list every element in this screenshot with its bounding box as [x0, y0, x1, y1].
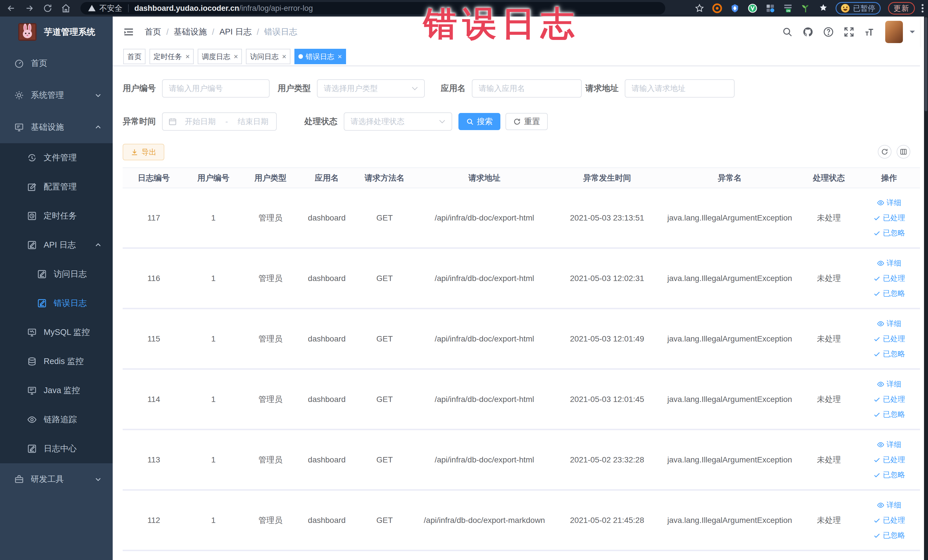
detail-link[interactable]: 详细: [877, 316, 902, 331]
tab-job-log[interactable]: 调度日志×: [198, 49, 242, 64]
ignored-link[interactable]: 已忽略: [873, 407, 905, 422]
breadcrumb-api-log[interactable]: API 日志: [219, 26, 252, 38]
bookmark-star-icon[interactable]: [694, 3, 704, 13]
detail-link[interactable]: 详细: [877, 437, 902, 452]
scrollbar-thumb[interactable]: [925, 17, 927, 111]
eye-icon: [877, 259, 884, 267]
filter-row-2: 异常时间 开始日期 - 结束日期 处理状态 请选择处理状态 搜索 重置: [123, 112, 548, 131]
cell-method: GET: [355, 395, 415, 404]
tab-home[interactable]: 首页: [123, 49, 145, 64]
sidebar-item-log-center[interactable]: 日志中心: [0, 434, 113, 463]
ignored-link[interactable]: 已忽略: [873, 286, 905, 301]
sidebar-item-mysql[interactable]: MySQL 监控: [0, 318, 113, 347]
app-name-input[interactable]: 请输入应用名: [472, 79, 582, 98]
detail-link[interactable]: 详细: [877, 195, 902, 210]
cell-exception: java.lang.IllegalArgumentException: [660, 455, 800, 464]
breadcrumb-home[interactable]: 首页: [145, 26, 161, 38]
page-scrollbar[interactable]: [924, 17, 928, 560]
sidebar-item-home[interactable]: 首页: [0, 47, 113, 79]
sidebar-item-trace[interactable]: 链路追踪: [0, 405, 113, 434]
extension-icon-plant[interactable]: [801, 3, 810, 13]
caret-down-icon[interactable]: [909, 30, 916, 34]
update-button[interactable]: 更新: [888, 2, 915, 15]
not-secure-warning-icon[interactable]: [88, 4, 96, 12]
extension-icon-puzzle[interactable]: [818, 3, 828, 13]
tab-job[interactable]: 定时任务×: [150, 49, 194, 64]
sidebar-item-job[interactable]: 定时任务: [0, 201, 113, 230]
eye-icon: [877, 441, 884, 449]
column-settings-button[interactable]: [897, 145, 910, 159]
close-icon[interactable]: ×: [185, 52, 190, 61]
processed-link[interactable]: 已处理: [873, 513, 905, 528]
forward-icon[interactable]: [24, 3, 34, 13]
extension-icon-grid[interactable]: [765, 3, 775, 13]
filter-request-url: 请求地址 请输入请求地址: [585, 79, 734, 98]
refresh-icon: [881, 148, 888, 156]
sidebar-item-redis[interactable]: Redis 监控: [0, 347, 113, 376]
sidebar-item-infra[interactable]: 基础设施: [0, 111, 113, 143]
extension-icon-on-switch[interactable]: ON: [783, 3, 793, 13]
processed-link[interactable]: 已处理: [873, 271, 905, 286]
sidebar-item-access-log[interactable]: 访问日志: [0, 259, 113, 289]
cell-app-name: dashboard: [299, 274, 355, 283]
page-content: 用户编号 请输入用户编号 用户类型 请选择用户类型 应用名 请输入应用名 请求地…: [113, 66, 920, 560]
sidebar-item-dev-tools[interactable]: 研发工具: [0, 463, 113, 495]
url-domain[interactable]: dashboard.yudao.iocoder.cn: [134, 4, 240, 13]
processed-link[interactable]: 已处理: [873, 210, 905, 225]
close-icon[interactable]: ×: [282, 52, 286, 61]
sidebar-fold-icon[interactable]: [123, 27, 134, 37]
sidebar-item-file[interactable]: 文件管理: [0, 143, 113, 172]
check-icon: [873, 350, 881, 358]
detail-link[interactable]: 详细: [877, 256, 902, 271]
ignored-link[interactable]: 已忽略: [873, 528, 905, 543]
font-size-icon[interactable]: [864, 26, 875, 37]
cell-operations: 详细 已处理 已忽略: [858, 256, 920, 301]
cell-operations: 详细 已处理 已忽略: [858, 377, 920, 422]
user-id-input[interactable]: 请输入用户编号: [162, 79, 270, 98]
process-status-select[interactable]: 请选择处理状态: [344, 112, 452, 131]
date-range-picker[interactable]: 开始日期 - 结束日期: [162, 112, 277, 131]
close-icon[interactable]: ×: [338, 52, 342, 61]
help-icon[interactable]: [823, 26, 834, 37]
sidebar-item-api-log[interactable]: API 日志: [0, 230, 113, 259]
sidebar-item-error-log[interactable]: 错误日志: [0, 289, 113, 318]
ignored-link[interactable]: 已忽略: [873, 346, 905, 362]
fullscreen-icon[interactable]: [844, 26, 855, 37]
detail-link[interactable]: 详细: [877, 497, 902, 513]
detail-link[interactable]: 详细: [877, 377, 902, 392]
browser-menu-icon[interactable]: [921, 3, 924, 13]
export-button[interactable]: 导出: [123, 144, 164, 160]
request-url-input[interactable]: 请输入请求地址: [625, 79, 734, 98]
table-body: 117 1 管理员 dashboard GET /api/infra/db-do…: [123, 188, 920, 551]
home-icon[interactable]: [61, 3, 71, 13]
eye-icon: [877, 320, 884, 328]
ignored-link[interactable]: 已忽略: [873, 225, 905, 241]
processed-link[interactable]: 已处理: [873, 392, 905, 407]
extension-icon-green-v[interactable]: [748, 3, 757, 13]
ignored-link[interactable]: 已忽略: [873, 467, 905, 482]
refresh-table-button[interactable]: [878, 145, 891, 159]
extension-icon-blue-shield[interactable]: [730, 3, 740, 13]
sidebar-item-system[interactable]: 系统管理: [0, 79, 113, 111]
api-log-icon: [27, 240, 37, 250]
user-type-select[interactable]: 请选择用户类型: [317, 79, 425, 98]
processed-link[interactable]: 已处理: [873, 452, 905, 467]
extension-icon-orange[interactable]: [712, 3, 722, 13]
tab-access-log[interactable]: 访问日志×: [246, 49, 290, 64]
breadcrumb-infra[interactable]: 基础设施: [174, 26, 207, 38]
github-icon[interactable]: [803, 26, 814, 37]
processed-link[interactable]: 已处理: [873, 331, 905, 346]
sidebar-item-config[interactable]: 配置管理: [0, 172, 113, 201]
close-icon[interactable]: ×: [234, 52, 238, 61]
url-path[interactable]: /infra/log/api-error-log: [240, 4, 313, 13]
security-label[interactable]: 不安全: [99, 3, 122, 14]
paused-extension-badge[interactable]: 已暂停: [836, 2, 881, 15]
reload-icon[interactable]: [43, 3, 52, 13]
search-button[interactable]: 搜索: [458, 113, 501, 130]
search-icon[interactable]: [782, 26, 793, 37]
user-avatar[interactable]: [885, 21, 903, 43]
back-icon[interactable]: [6, 3, 16, 13]
reset-button[interactable]: 重置: [505, 113, 548, 130]
sidebar-item-java[interactable]: Java 监控: [0, 376, 113, 405]
tab-error-log[interactable]: 错误日志×: [295, 49, 346, 64]
